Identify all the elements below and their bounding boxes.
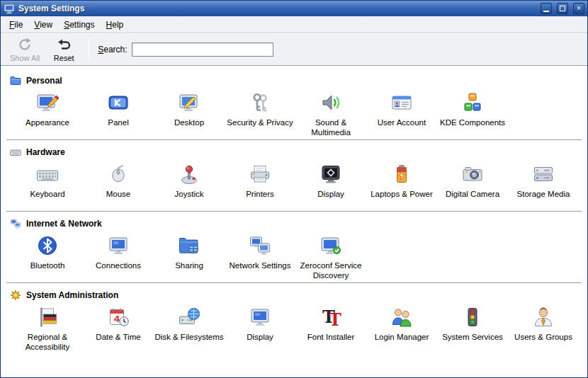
- item-display-sysadmin[interactable]: Display: [225, 304, 295, 352]
- item-security-privacy[interactable]: Security & Privacy: [225, 89, 295, 137]
- item-label: Disk & Filesystems: [154, 332, 223, 352]
- regional-accessibility-icon: [36, 306, 59, 328]
- bluetooth-icon: [36, 234, 59, 257]
- system-services-icon: [461, 306, 484, 328]
- menu-file[interactable]: File: [4, 18, 28, 32]
- show-all-button[interactable]: Show All: [5, 35, 45, 64]
- item-kde-components[interactable]: KDE Components: [437, 89, 508, 137]
- item-label: Regional & Accessibility: [12, 332, 83, 352]
- item-laptops-power[interactable]: Laptops & Power: [366, 161, 437, 209]
- item-users-groups[interactable]: Users & Groups: [508, 304, 579, 352]
- menu-help[interactable]: Help: [101, 18, 130, 32]
- item-regional-accessibility[interactable]: Regional & Accessibility: [12, 304, 83, 352]
- item-zeroconf[interactable]: Zeroconf Service Discovery: [295, 232, 366, 280]
- item-label: Bluetooth: [30, 260, 65, 280]
- laptops-power-icon: [390, 163, 413, 185]
- reset-label: Reset: [54, 54, 74, 62]
- item-label: Display: [317, 189, 344, 209]
- show-all-icon: [17, 37, 33, 52]
- item-label: Login Manager: [375, 332, 429, 352]
- category-personal-header: Personal: [10, 75, 582, 86]
- search-input[interactable]: [132, 42, 273, 57]
- item-login-manager[interactable]: Login Manager: [366, 304, 437, 352]
- item-system-services[interactable]: System Services: [437, 304, 508, 352]
- login-manager-icon: [390, 306, 413, 328]
- category-hardware-header: Hardware: [10, 147, 582, 158]
- connections-icon: [107, 234, 130, 257]
- sharing-icon: [178, 234, 200, 257]
- personal-folder-icon: [10, 75, 21, 86]
- zeroconf-icon: [320, 234, 342, 257]
- category-personal: Personal Appearance Panel Desktop Secur: [6, 75, 582, 140]
- settings-categories: Personal Appearance Panel Desktop Secur: [1, 66, 587, 377]
- item-bluetooth[interactable]: Bluetooth: [12, 232, 83, 280]
- item-label: Font Installer: [307, 332, 354, 352]
- category-hardware-items: Keyboard Mouse Joystick Printers Display: [12, 161, 582, 209]
- keyboard-icon: [36, 163, 59, 185]
- item-display-hardware[interactable]: Display: [295, 161, 366, 209]
- item-label: Digital Camera: [446, 189, 499, 209]
- joystick-icon: [178, 163, 200, 185]
- close-icon: ×: [577, 5, 581, 12]
- category-personal-items: Appearance Panel Desktop Security & Priv…: [12, 89, 582, 137]
- item-joystick[interactable]: Joystick: [154, 161, 225, 209]
- show-all-label: Show All: [10, 54, 40, 62]
- item-appearance[interactable]: Appearance: [12, 89, 83, 137]
- system-settings-window: System Settings × File View Settings Hel…: [0, 0, 588, 378]
- item-panel[interactable]: Panel: [83, 89, 154, 137]
- digital-camera-icon: [461, 163, 484, 185]
- mouse-icon: [107, 163, 130, 185]
- minimize-button[interactable]: [541, 3, 552, 14]
- item-sharing[interactable]: Sharing: [154, 232, 225, 280]
- item-label: KDE Components: [440, 118, 505, 137]
- internet-network-icon: [10, 218, 21, 229]
- item-label: Network Settings: [230, 260, 291, 280]
- maximize-button[interactable]: [557, 3, 568, 14]
- item-label: Zeroconf Service Discovery: [295, 260, 366, 280]
- category-title: Personal: [26, 76, 62, 86]
- category-title: System Administration: [26, 290, 118, 300]
- item-label: Joystick: [175, 189, 204, 209]
- date-time-icon: 4: [107, 306, 130, 328]
- item-label: Keyboard: [30, 189, 64, 209]
- display-icon: [320, 163, 342, 185]
- category-system-administration-header: System Administration: [10, 290, 582, 301]
- titlebar: System Settings ×: [1, 1, 587, 16]
- item-label: Connections: [96, 260, 141, 280]
- toolbar: Show All Reset Search:: [1, 33, 587, 66]
- item-label: Mouse: [106, 189, 131, 209]
- font-installer-icon: TT: [320, 306, 342, 328]
- panel-icon: [107, 91, 130, 114]
- display-icon: [249, 306, 271, 328]
- printers-icon: [249, 163, 271, 185]
- item-label: Laptops & Power: [371, 189, 433, 209]
- systemsettings-icon: [4, 3, 15, 14]
- close-button[interactable]: ×: [573, 3, 584, 14]
- toolbar-separator: [89, 38, 89, 61]
- search-label: Search:: [98, 45, 127, 55]
- item-mouse[interactable]: Mouse: [83, 161, 154, 209]
- item-digital-camera[interactable]: Digital Camera: [437, 161, 508, 209]
- item-label: Storage Media: [517, 189, 570, 209]
- menu-view[interactable]: View: [28, 18, 58, 32]
- item-sound-multimedia[interactable]: Sound & Multimedia: [295, 89, 366, 137]
- item-user-account[interactable]: User Account: [366, 89, 437, 137]
- item-network-settings[interactable]: Network Settings: [225, 232, 295, 280]
- item-connections[interactable]: Connections: [83, 232, 154, 280]
- menu-settings[interactable]: Settings: [58, 18, 100, 32]
- item-disk-filesystems[interactable]: Disk & Filesystems: [154, 304, 225, 352]
- item-keyboard[interactable]: Keyboard: [12, 161, 83, 209]
- item-date-time[interactable]: 4 Date & Time: [83, 304, 154, 352]
- item-font-installer[interactable]: TT Font Installer: [295, 304, 366, 352]
- item-desktop[interactable]: Desktop: [154, 89, 225, 137]
- desktop-icon: [178, 91, 200, 114]
- category-system-administration: System Administration Regional & Accessi…: [6, 290, 582, 352]
- category-separator: [6, 211, 582, 212]
- item-label: User Account: [378, 118, 426, 137]
- reset-button[interactable]: Reset: [45, 35, 83, 64]
- item-storage-media[interactable]: Storage Media: [508, 161, 579, 209]
- network-settings-icon: [249, 234, 271, 257]
- item-label: Appearance: [26, 118, 69, 137]
- disk-filesystems-icon: [178, 306, 200, 328]
- item-printers[interactable]: Printers: [225, 161, 295, 209]
